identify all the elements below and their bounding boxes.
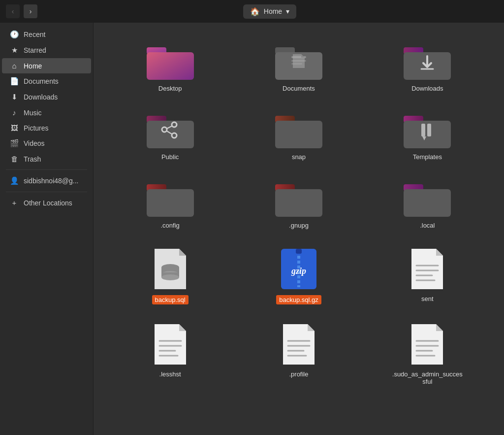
file-item-backup-sql-gz[interactable]: gzip backup.sql.gz <box>259 243 338 308</box>
sidebar: 🕐 Recent ★ Starred ⌂ Home 📄 Documents ⬇ … <box>0 23 94 435</box>
folder-icon-config <box>146 178 195 218</box>
sidebar-item-other-locations[interactable]: + Other Locations <box>2 195 91 210</box>
sidebar-label-documents: Documents <box>24 77 59 85</box>
account-icon: 👤 <box>10 176 19 185</box>
file-label-documents: Documents <box>283 85 315 92</box>
file-item-lesshst[interactable]: .lesshst <box>131 318 210 389</box>
svg-rect-25 <box>147 189 194 217</box>
sidebar-label-other-locations: Other Locations <box>24 199 72 207</box>
folder-icon-downloads <box>403 41 452 81</box>
svg-rect-11 <box>147 121 194 148</box>
svg-text:gzip: gzip <box>291 266 306 276</box>
sidebar-item-trash[interactable]: 🗑 Trash <box>2 151 91 167</box>
home-breadcrumb-icon: 🏠 <box>250 7 260 16</box>
folder-icon-snap <box>274 110 323 149</box>
pictures-icon: 🖼 <box>10 124 19 132</box>
svg-rect-18 <box>275 121 322 148</box>
file-item-local[interactable]: .local <box>388 174 467 233</box>
file-label-backup-sql: backup.sql <box>152 295 189 304</box>
file-item-documents[interactable]: Documents <box>259 37 338 96</box>
svg-rect-1 <box>147 52 194 80</box>
file-item-public[interactable]: Public <box>131 106 210 165</box>
file-item-snap[interactable]: snap <box>259 106 338 165</box>
home-icon: ⌂ <box>10 62 19 70</box>
sidebar-divider <box>6 169 87 170</box>
sidebar-item-documents[interactable]: 📄 Documents <box>2 73 91 89</box>
main-area: 🕐 Recent ★ Starred ⌂ Home 📄 Documents ⬇ … <box>0 23 504 435</box>
file-label-config: .config <box>161 222 180 229</box>
file-item-templates[interactable]: Templates <box>388 106 467 165</box>
file-label-snap: snap <box>292 153 306 161</box>
svg-rect-38 <box>296 249 302 254</box>
file-item-sent[interactable]: sent <box>388 243 467 308</box>
sidebar-label-recent: Recent <box>24 31 45 38</box>
file-item-sudo-as-admin[interactable]: .sudo_as_admin_successful <box>388 318 467 389</box>
folder-icon-public <box>146 110 195 149</box>
file-icon-profile <box>279 322 318 367</box>
breadcrumb-label: Home <box>264 7 282 15</box>
forward-button[interactable]: › <box>24 4 37 18</box>
starred-icon: ★ <box>10 46 19 55</box>
file-label-public: Public <box>161 153 179 161</box>
file-icon-sudo-as-admin <box>408 322 447 367</box>
file-label-profile: .profile <box>289 370 308 378</box>
file-label-backup-sql-gz: backup.sql.gz <box>276 295 321 304</box>
file-label-sudo-as-admin: .sudo_as_admin_successful <box>392 370 463 385</box>
recent-icon: 🕐 <box>10 30 19 39</box>
sidebar-item-downloads[interactable]: ⬇ Downloads <box>2 89 91 105</box>
file-item-desktop[interactable]: Desktop <box>131 37 210 96</box>
file-label-sent: sent <box>421 295 434 302</box>
file-item-downloads[interactable]: Downloads <box>388 37 467 96</box>
file-label-gnupg: .gnupg <box>289 222 309 229</box>
file-label-local: .local <box>420 222 435 229</box>
sidebar-item-account[interactable]: 👤 sidbishnoi48@g... <box>2 173 91 189</box>
sidebar-item-pictures[interactable]: 🖼 Pictures <box>2 120 91 135</box>
music-icon: ♪ <box>10 108 19 117</box>
sidebar-label-videos: Videos <box>24 139 45 147</box>
svg-rect-22 <box>427 124 431 136</box>
forward-icon: › <box>30 7 32 15</box>
back-icon: ‹ <box>12 7 14 15</box>
sidebar-item-home[interactable]: ⌂ Home <box>2 58 91 73</box>
file-icon-backup-sql <box>151 247 190 291</box>
svg-point-34 <box>161 274 179 280</box>
sidebar-label-trash: Trash <box>24 155 41 163</box>
trash-icon: 🗑 <box>10 155 19 163</box>
folder-icon-documents <box>274 41 323 81</box>
downloads-icon: ⬇ <box>10 93 19 101</box>
documents-icon: 📄 <box>10 77 19 86</box>
file-item-gnupg[interactable]: .gnupg <box>259 174 338 233</box>
file-label-downloads: Downloads <box>411 85 443 92</box>
sidebar-label-home: Home <box>24 62 42 70</box>
file-icon-backup-sql-gz: gzip <box>279 247 318 291</box>
file-item-profile[interactable]: .profile <box>259 318 338 389</box>
file-grid: Desktop Docum <box>113 37 484 389</box>
sidebar-item-recent[interactable]: 🕐 Recent <box>2 27 91 42</box>
other-locations-icon: + <box>10 199 19 207</box>
sidebar-label-pictures: Pictures <box>24 124 49 132</box>
folder-icon-local <box>403 178 452 218</box>
file-item-backup-sql[interactable]: backup.sql <box>131 243 210 308</box>
svg-rect-21 <box>421 124 425 136</box>
breadcrumb[interactable]: 🏠 Home ▾ <box>243 4 296 19</box>
sidebar-divider-2 <box>6 192 87 192</box>
videos-icon: 🎬 <box>10 139 19 148</box>
file-label-lesshst: .lesshst <box>159 370 181 378</box>
folder-icon-desktop <box>146 41 195 81</box>
sidebar-item-starred[interactable]: ★ Starred <box>2 42 91 58</box>
file-icon-lesshst <box>151 322 190 367</box>
sidebar-item-music[interactable]: ♪ Music <box>2 105 91 120</box>
file-item-config[interactable]: .config <box>131 174 210 233</box>
file-area: Desktop Docum <box>94 23 504 435</box>
file-icon-sent <box>408 247 447 291</box>
svg-rect-29 <box>404 189 451 217</box>
sidebar-label-downloads: Downloads <box>24 93 58 101</box>
file-label-templates: Templates <box>413 153 442 161</box>
back-button[interactable]: ‹ <box>6 4 20 18</box>
file-label-desktop: Desktop <box>158 85 182 92</box>
sidebar-label-music: Music <box>24 109 42 117</box>
breadcrumb-chevron-icon: ▾ <box>286 7 289 15</box>
sidebar-item-videos[interactable]: 🎬 Videos <box>2 135 91 151</box>
breadcrumb-area: 🏠 Home ▾ <box>41 4 498 19</box>
svg-rect-27 <box>275 189 322 217</box>
